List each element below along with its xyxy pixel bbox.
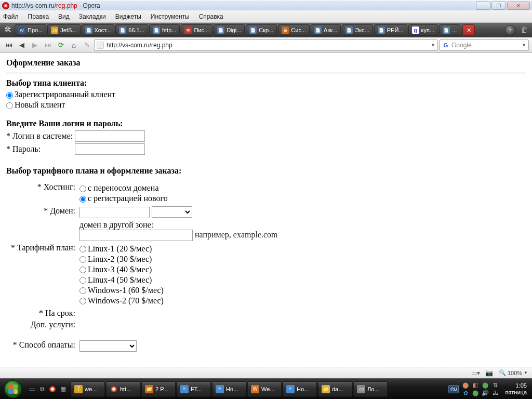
tray-icon[interactable]: ◧ [471, 381, 480, 389]
tab[interactable]: gкуп... [408, 24, 438, 36]
task-item[interactable]: 7we... [71, 381, 105, 397]
payment-label: * Способ оплаты: [7, 331, 77, 352]
page-content: Оформление заказа Выбор типа клиента: За… [0, 53, 532, 367]
fast-forward-button[interactable]: ⏭ [42, 39, 54, 51]
extras-label: Доп. услуги: [7, 320, 77, 330]
maximize-button[interactable]: ❐ [491, 2, 506, 10]
rewind-button[interactable]: ⏮ [3, 39, 15, 51]
ql-opera-icon[interactable] [48, 382, 57, 396]
tariff-label: * Тарифный план: [7, 243, 77, 307]
dropdown-icon[interactable]: ▼ [522, 43, 526, 48]
tray-icon[interactable]: ✿ [461, 389, 470, 397]
tray-volume-icon[interactable]: 🔊 [481, 389, 489, 397]
menu-tools[interactable]: Инструменты [151, 13, 190, 20]
start-button[interactable] [2, 379, 24, 400]
menu-bookmarks[interactable]: Закладки [79, 13, 106, 20]
label-plan: Linux-4 (50 $/мес) [88, 275, 152, 284]
label-hosting-register: с регистрацией нового [88, 194, 168, 203]
payment-select[interactable] [79, 340, 137, 352]
task-item[interactable]: 📁da... [318, 381, 352, 397]
client-type-title: Выбор типа клиента: [6, 78, 526, 88]
radio-hosting-register[interactable] [79, 196, 86, 203]
domain-other-input[interactable] [79, 230, 193, 241]
tab[interactable]: 📄http... [149, 24, 180, 36]
menu-view[interactable]: Вид [58, 13, 70, 20]
label-plan: Windows-2 (70 $/мес) [88, 296, 164, 305]
radio-plan-win2[interactable] [79, 298, 86, 304]
menu-file[interactable]: Файл [3, 13, 19, 20]
tab[interactable]: 📄Хост... [82, 24, 115, 36]
language-indicator[interactable]: RU [448, 385, 459, 393]
tab[interactable]: WПро... [15, 24, 46, 36]
tray-network-icon[interactable]: 🖧 [491, 389, 499, 397]
home-button[interactable]: ⌂ [68, 39, 79, 51]
system-tray: RU ⬤ ◧ ⬤ ⇅ ✿ ⬤ 🔊 🖧 1:05 пятница [448, 381, 530, 396]
forward-button[interactable]: ▶ [29, 39, 41, 51]
clock[interactable]: 1:05 пятница [502, 382, 527, 396]
wrench-icon[interactable]: 🛠 [2, 24, 14, 36]
task-item[interactable]: ≡Ho... [283, 381, 317, 397]
tab[interactable]: 📄... [439, 24, 460, 36]
domain-zone-select[interactable] [152, 206, 192, 218]
ql-app-icon[interactable]: ▦ [58, 382, 68, 396]
password-input[interactable] [75, 143, 145, 155]
tab[interactable]: 📄Скр... [246, 24, 277, 36]
label-plan: Windows-1 (60 $/мес) [88, 286, 164, 295]
tab[interactable]: 📄Digi... [214, 24, 245, 36]
radio-plan-linux2[interactable] [79, 256, 86, 263]
search-box[interactable]: G Google ▼ [440, 39, 529, 51]
radio-plan-linux4[interactable] [79, 277, 86, 284]
trash-icon[interactable]: 🗑 [518, 24, 530, 36]
tab[interactable]: 📄РЕЙ... [374, 24, 407, 36]
menu-edit[interactable]: Правка [28, 13, 49, 20]
radio-plan-win1[interactable] [79, 287, 86, 294]
google-icon: G [442, 42, 449, 49]
task-item[interactable]: 📁2 P... [141, 381, 176, 397]
zoom-icon: 🔍 [499, 369, 506, 376]
tab[interactable]: 📄Экс... [342, 24, 373, 36]
domain-input[interactable] [79, 207, 150, 218]
task-item[interactable]: WWe... [247, 381, 282, 397]
camera-icon[interactable]: 📷 [485, 369, 494, 377]
tray-icon[interactable]: ⇅ [491, 381, 499, 389]
task-item[interactable]: ≡FT... [177, 381, 211, 397]
radio-new-client[interactable] [6, 102, 13, 109]
radio-plan-linux1[interactable] [79, 246, 86, 252]
window-title: http://vs-com.ru/reg.php - Opera [11, 2, 476, 9]
nav-bar: ⏮ ◀ ▶ ⏭ ⟳ ⌂ ✎ ▼ G Google ▼ [0, 37, 532, 53]
wand-button[interactable]: ✎ [81, 39, 92, 51]
close-tab-button[interactable]: ✕ [462, 24, 475, 36]
radio-hosting-transfer[interactable] [79, 185, 86, 192]
login-input[interactable] [75, 130, 145, 142]
view-icon[interactable]: ▭▾ [472, 369, 480, 377]
tray-icon[interactable]: ⬤ [461, 381, 470, 389]
tab[interactable]: ※Сис... [278, 24, 310, 36]
task-item[interactable]: ≡Ho... [212, 381, 246, 397]
ql-desktop-icon[interactable]: ▭ [27, 382, 36, 396]
tab[interactable]: 📄Акк... [311, 24, 341, 36]
radio-plan-linux3[interactable] [79, 267, 86, 273]
menu-widgets[interactable]: Виджеты [115, 13, 141, 20]
label-registered-client: Зарегистрированный клиент [15, 90, 115, 99]
zoom-control[interactable]: 🔍 100% ▼ [499, 369, 528, 376]
tab[interactable]: 📄66.1... [115, 24, 148, 36]
minimize-button[interactable]: ─ [476, 2, 490, 10]
new-tab-button[interactable]: + [505, 25, 515, 35]
address-bar[interactable]: ▼ [94, 39, 438, 51]
plan-section-title: Выбор тарифного плана и оформление заказ… [6, 166, 526, 176]
task-item[interactable]: ▭Ло... [353, 381, 388, 397]
tab[interactable]: JSJetS... [47, 24, 80, 36]
radio-registered-client[interactable] [6, 92, 13, 99]
dropdown-icon[interactable]: ▼ [524, 370, 528, 375]
dropdown-icon[interactable]: ▼ [431, 43, 435, 48]
back-button[interactable]: ◀ [16, 39, 28, 51]
reload-button[interactable]: ⟳ [55, 39, 66, 51]
task-item[interactable]: htt... [106, 381, 140, 397]
tray-icon[interactable]: ⬤ [471, 389, 480, 397]
menu-help[interactable]: Справка [199, 13, 223, 20]
tab[interactable]: ✉Пис... [181, 24, 212, 36]
close-button[interactable]: ✕ [507, 2, 530, 10]
tray-icon[interactable]: ⬤ [481, 381, 489, 389]
ql-windows-icon[interactable]: ⧉ [37, 382, 47, 396]
url-input[interactable] [107, 42, 428, 49]
